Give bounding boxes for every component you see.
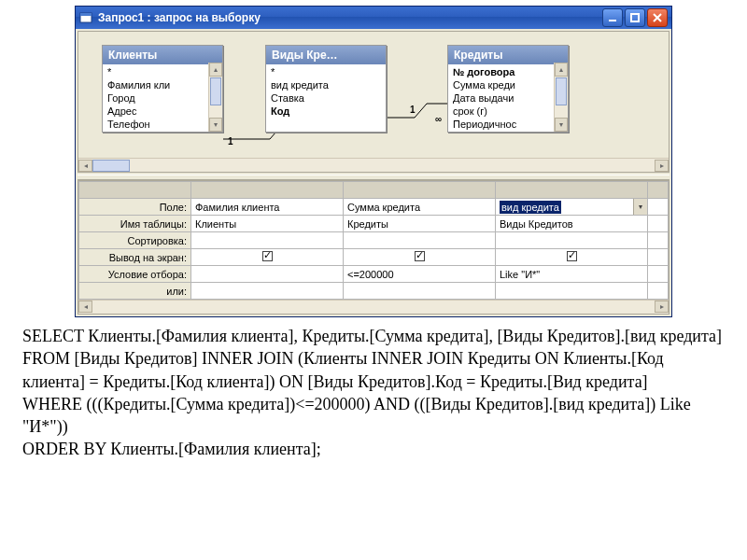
- svg-rect-3: [631, 14, 639, 21]
- grid-cell[interactable]: Кредиты: [344, 216, 496, 232]
- scroll-thumb[interactable]: [92, 160, 130, 172]
- table-field[interactable]: вид кредита: [266, 78, 386, 91]
- sql-line: ORDER BY Клиенты.[Фамилия клиента];: [22, 438, 725, 460]
- grid-cell[interactable]: [344, 232, 496, 249]
- scroll-thumb[interactable]: [210, 77, 221, 105]
- grid-cell[interactable]: [191, 283, 344, 300]
- qbe-grid: Поле: Фамилия клиента Сумма кредита вид …: [78, 180, 669, 315]
- join-cardinality: ∞: [435, 114, 442, 124]
- svg-rect-2: [609, 20, 616, 21]
- grid-cell[interactable]: <=200000: [344, 266, 496, 283]
- table-card-klienty[interactable]: Клиенты * Фамилия кли Город Адрес Телефо…: [102, 45, 223, 133]
- table-field[interactable]: Телефон: [103, 118, 222, 131]
- table-card-kredity[interactable]: Кредиты № договора Сумма креди Дата выда…: [447, 45, 569, 133]
- row-label-show: Вывод на экран:: [79, 249, 191, 266]
- grid-cell[interactable]: [191, 232, 344, 249]
- join-cardinality: 1: [410, 105, 416, 115]
- table-scrollbar[interactable]: ▴ ▾: [208, 63, 222, 132]
- table-title: Кредиты: [448, 46, 568, 64]
- table-field[interactable]: Периодичнос: [448, 118, 568, 131]
- grid-cell[interactable]: Клиенты: [191, 216, 344, 232]
- scroll-down-icon[interactable]: ▾: [209, 118, 222, 132]
- show-checkbox[interactable]: [567, 251, 577, 261]
- svg-rect-1: [80, 13, 92, 16]
- titlebar[interactable]: Запрос1 : запрос на выборку: [76, 7, 671, 29]
- grid-cell[interactable]: [496, 249, 648, 266]
- show-checkbox[interactable]: [415, 251, 425, 261]
- row-label-table: Имя таблицы:: [79, 216, 191, 232]
- scroll-up-icon[interactable]: ▴: [209, 63, 222, 77]
- app-icon: [79, 11, 92, 24]
- scroll-right-icon[interactable]: ▸: [655, 160, 669, 172]
- table-title: Виды Кре…: [266, 46, 386, 64]
- table-field[interactable]: Дата выдачи: [448, 91, 568, 105]
- table-card-vidy[interactable]: Виды Кре… * вид кредита Ставка Код: [265, 45, 387, 133]
- scroll-down-icon[interactable]: ▾: [555, 118, 568, 132]
- table-scrollbar[interactable]: ▴ ▾: [554, 63, 568, 132]
- join-cardinality: 1: [228, 136, 233, 147]
- show-checkbox[interactable]: [262, 251, 273, 261]
- window-title: Запрос1 : запрос на выборку: [98, 11, 602, 24]
- table-field[interactable]: Ставка: [266, 91, 386, 105]
- scroll-up-icon[interactable]: ▴: [555, 63, 568, 77]
- selected-field: вид кредита: [500, 201, 561, 214]
- row-label-or: или:: [79, 283, 191, 300]
- table-field[interactable]: Адрес: [103, 105, 222, 118]
- sql-text: SELECT Клиенты.[Фамилия клиента], Кредит…: [22, 325, 725, 461]
- sql-line: SELECT Клиенты.[Фамилия клиента], Кредит…: [22, 325, 725, 347]
- scroll-left-icon[interactable]: ◂: [78, 301, 92, 313]
- grid-cell[interactable]: [191, 249, 344, 266]
- grid-hscroll[interactable]: ◂ ▸: [78, 300, 669, 314]
- grid-cell[interactable]: [496, 232, 648, 249]
- sql-line: FROM [Виды Кредитов] INNER JOIN (Клиенты…: [22, 347, 725, 393]
- scroll-left-icon[interactable]: ◂: [78, 160, 92, 172]
- grid-cell[interactable]: Виды Кредитов: [496, 216, 648, 232]
- scroll-thumb[interactable]: [556, 77, 567, 105]
- table-field[interactable]: Сумма креди: [448, 78, 568, 91]
- grid-cell[interactable]: Фамилия клиента: [191, 199, 344, 216]
- table-field[interactable]: *: [266, 65, 386, 78]
- grid-cell[interactable]: [344, 283, 496, 300]
- grid-cell[interactable]: Like "И*": [496, 266, 648, 283]
- table-field[interactable]: Код: [266, 105, 386, 118]
- close-button[interactable]: [647, 8, 668, 27]
- table-field[interactable]: № договора: [448, 65, 568, 78]
- table-field[interactable]: *: [103, 65, 222, 78]
- maximize-button[interactable]: [625, 8, 645, 27]
- minimize-button[interactable]: [602, 8, 623, 27]
- grid-cell[interactable]: [191, 266, 344, 283]
- sql-line: WHERE (((Кредиты.[Сумма кредита])<=20000…: [22, 393, 725, 439]
- grid-cell[interactable]: вид кредита▾: [496, 199, 648, 216]
- table-field[interactable]: срок (г): [448, 105, 568, 118]
- relpane-hscroll[interactable]: ◂ ▸: [78, 158, 669, 172]
- relationship-pane[interactable]: Клиенты * Фамилия кли Город Адрес Телефо…: [78, 31, 669, 173]
- row-label-field: Поле:: [79, 199, 191, 216]
- table-title: Клиенты: [103, 46, 222, 64]
- grid-cell[interactable]: [496, 283, 648, 300]
- query-design-window: Запрос1 : запрос на выборку Клиенты * Фа…: [75, 6, 672, 317]
- dropdown-icon[interactable]: ▾: [633, 199, 647, 215]
- table-field[interactable]: Город: [103, 91, 222, 105]
- grid-cell[interactable]: [344, 249, 496, 266]
- row-label-criteria: Условие отбора:: [79, 266, 191, 283]
- scroll-right-icon[interactable]: ▸: [655, 301, 669, 313]
- table-field[interactable]: Фамилия кли: [103, 78, 222, 91]
- row-label-sort: Сортировка:: [79, 232, 191, 249]
- grid-cell[interactable]: Сумма кредита: [344, 199, 496, 216]
